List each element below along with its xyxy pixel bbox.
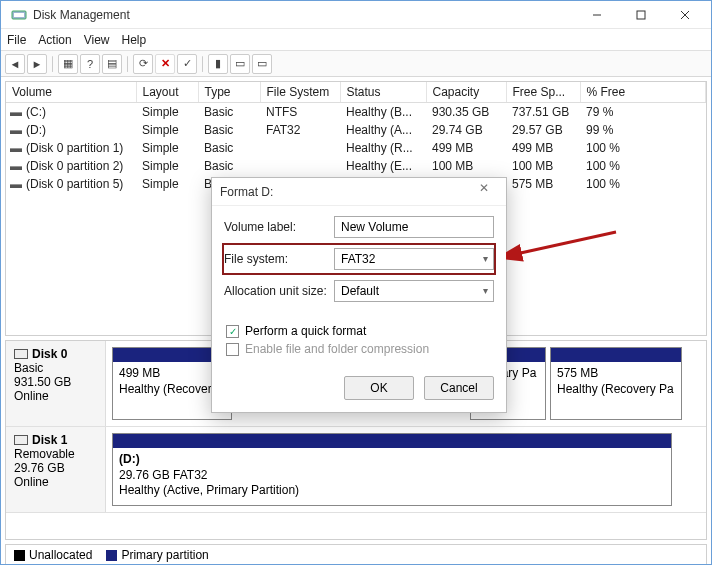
svg-rect-3 xyxy=(637,11,645,19)
drive-icon: ▬ xyxy=(10,159,22,173)
menu-file[interactable]: File xyxy=(7,33,26,47)
col-filesystem[interactable]: File System xyxy=(260,82,340,103)
disk-icon xyxy=(14,435,28,445)
legend: Unallocated Primary partition xyxy=(5,544,707,565)
app-icon xyxy=(11,7,27,23)
format-dialog: Format D: ✕ Volume label: New Volume Fil… xyxy=(211,177,507,413)
toolbar-sep2 xyxy=(127,56,128,72)
volume-row[interactable]: ▬(D:)SimpleBasicFAT32Healthy (A...29.74 … xyxy=(6,121,706,139)
compression-checkbox[interactable]: Enable file and folder compression xyxy=(226,342,494,356)
volume-label-label: Volume label: xyxy=(224,220,334,234)
window-title: Disk Management xyxy=(33,8,130,22)
volume-row[interactable]: ▬(Disk 0 partition 2)SimpleBasicHealthy … xyxy=(6,157,706,175)
checkbox-unchecked-icon xyxy=(226,343,239,356)
disk-header[interactable]: Disk 0Basic931.50 GBOnline xyxy=(6,341,106,426)
titlebar: Disk Management xyxy=(1,1,711,29)
disk-partitions: (D:)29.76 GB FAT32Healthy (Active, Prima… xyxy=(106,427,706,512)
extra-button[interactable]: ▭ xyxy=(252,54,272,74)
checkbox-checked-icon: ✓ xyxy=(226,325,239,338)
drive-icon: ▬ xyxy=(10,105,22,119)
menu-help[interactable]: Help xyxy=(122,33,147,47)
refresh-button[interactable]: ⟳ xyxy=(133,54,153,74)
col-capacity[interactable]: Capacity xyxy=(426,82,506,103)
drive-icon: ▬ xyxy=(10,123,22,137)
forward-button[interactable]: ► xyxy=(27,54,47,74)
col-free[interactable]: Free Sp... xyxy=(506,82,580,103)
disk-row: Disk 1Removable29.76 GBOnline(D:)29.76 G… xyxy=(6,427,706,513)
svg-rect-1 xyxy=(14,13,24,17)
new-button[interactable]: ▮ xyxy=(208,54,228,74)
settings-button[interactable]: ▭ xyxy=(230,54,250,74)
back-button[interactable]: ◄ xyxy=(5,54,25,74)
partition[interactable]: 575 MBHealthy (Recovery Pa xyxy=(550,347,682,420)
menu-view[interactable]: View xyxy=(84,33,110,47)
ok-button[interactable]: OK xyxy=(344,376,414,400)
disk-management-window: Disk Management File Action View Help ◄ … xyxy=(0,0,712,565)
file-system-dropdown[interactable]: FAT32▾ xyxy=(334,248,494,270)
col-layout[interactable]: Layout xyxy=(136,82,198,103)
delete-button[interactable]: ✕ xyxy=(155,54,175,74)
volume-row[interactable]: ▬(C:)SimpleBasicNTFSHealthy (B...930.35 … xyxy=(6,103,706,122)
cancel-button[interactable]: Cancel xyxy=(424,376,494,400)
quick-format-checkbox[interactable]: ✓ Perform a quick format xyxy=(226,324,494,338)
toolbar-sep3 xyxy=(202,56,203,72)
col-volume[interactable]: Volume xyxy=(6,82,136,103)
disk-icon xyxy=(14,349,28,359)
drive-icon: ▬ xyxy=(10,141,22,155)
toolbar-sep xyxy=(52,56,53,72)
close-button[interactable] xyxy=(663,4,707,26)
field-allocation: Allocation unit size: Default▾ xyxy=(224,280,494,302)
detail-view-button[interactable]: ▤ xyxy=(102,54,122,74)
toolbar: ◄ ► ▦ ? ▤ ⟳ ✕ ✓ ▮ ▭ ▭ xyxy=(1,51,711,77)
chevron-down-icon: ▾ xyxy=(483,285,488,296)
list-view-button[interactable]: ▦ xyxy=(58,54,78,74)
legend-unallocated: Unallocated xyxy=(14,548,92,562)
volume-row[interactable]: ▬(Disk 0 partition 1)SimpleBasicHealthy … xyxy=(6,139,706,157)
column-header-row: Volume Layout Type File System Status Ca… xyxy=(6,82,706,103)
partition[interactable]: (D:)29.76 GB FAT32Healthy (Active, Prima… xyxy=(112,433,672,506)
dialog-titlebar[interactable]: Format D: ✕ xyxy=(212,178,506,206)
disk-header[interactable]: Disk 1Removable29.76 GBOnline xyxy=(6,427,106,512)
col-pctfree[interactable]: % Free xyxy=(580,82,706,103)
field-volume-label: Volume label: New Volume xyxy=(224,216,494,238)
maximize-button[interactable] xyxy=(619,4,663,26)
minimize-button[interactable] xyxy=(575,4,619,26)
legend-primary: Primary partition xyxy=(106,548,208,562)
drive-icon: ▬ xyxy=(10,177,22,191)
menu-action[interactable]: Action xyxy=(38,33,71,47)
menubar: File Action View Help xyxy=(1,29,711,51)
col-status[interactable]: Status xyxy=(340,82,426,103)
allocation-dropdown[interactable]: Default▾ xyxy=(334,280,494,302)
dialog-title: Format D: xyxy=(220,185,273,199)
properties-button[interactable]: ? xyxy=(80,54,100,74)
check-button[interactable]: ✓ xyxy=(177,54,197,74)
allocation-label: Allocation unit size: xyxy=(224,284,334,298)
file-system-label: File system: xyxy=(224,252,334,266)
field-file-system: File system: FAT32▾ xyxy=(224,245,494,273)
chevron-down-icon: ▾ xyxy=(483,253,488,264)
volume-label-input[interactable]: New Volume xyxy=(334,216,494,238)
col-type[interactable]: Type xyxy=(198,82,260,103)
dialog-close-button[interactable]: ✕ xyxy=(470,181,498,203)
